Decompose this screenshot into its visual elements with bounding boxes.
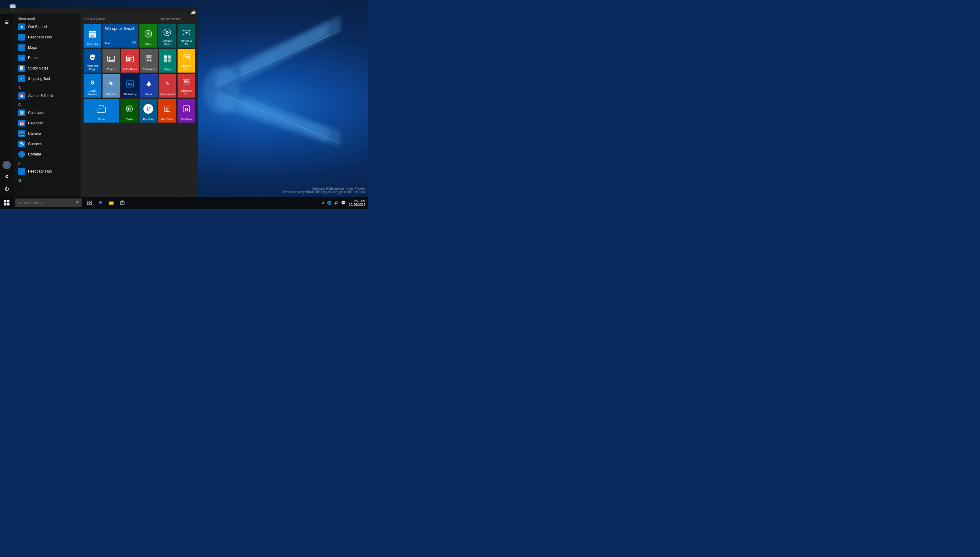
tile-onenote[interactable]: N OneNote — [178, 99, 195, 122]
app-item-feedback-hub[interactable]: 👤 Feedback Hub — [13, 32, 80, 42]
app-label-connect: Connect — [28, 142, 42, 146]
code-writer-tile-icon: ✎ — [160, 76, 175, 91]
start-menu-corner-btn[interactable]: ☕ — [191, 10, 196, 14]
watermark-line1: Windows 10 Enterprise Insider Preview — [283, 187, 366, 190]
app-item-calculator[interactable]: 🔢 Calculator — [13, 107, 80, 118]
power-button[interactable]: ⏻ — [2, 184, 11, 194]
tiles-panel: Life at a glance Play and explore — [80, 14, 198, 197]
svg-text:𝕏: 𝕏 — [147, 32, 150, 36]
msn-news-tile-icon — [122, 51, 137, 67]
skype-tile-icon: S — [85, 76, 100, 88]
ms-remote-tile-icon — [179, 76, 194, 88]
tile-weather[interactable]: Weather — [103, 74, 120, 98]
photoshop-tile-label: Photoshop — [124, 93, 137, 96]
tray-action-center-icon[interactable]: 💬 — [340, 200, 346, 205]
settings-button[interactable]: ⚙ — [2, 172, 11, 181]
tile-mail[interactable]: We speak Gmail Mail ✉ — [103, 24, 138, 47]
skype-tile-label: Skype Preview — [85, 90, 100, 96]
feedback-hub2-icon: 👤 — [18, 168, 25, 175]
alpha-a: A — [13, 84, 80, 91]
app-item-alarms-clock[interactable]: ⏰ Alarms & Clock — [13, 91, 80, 101]
tile-code-writer[interactable]: ✎ Code Writer — [159, 74, 176, 98]
clock-display[interactable]: 1:51 AM 12/26/2016 — [349, 199, 366, 207]
app-item-maps[interactable]: 📍 Maps — [13, 42, 80, 53]
mail-envelope-icon: ✉ — [132, 39, 136, 45]
microphone-icon: 🎤 — [74, 200, 79, 205]
tile-skype[interactable]: S Skype Preview — [83, 74, 101, 98]
tile-movies[interactable]: Movies & TV — [178, 24, 195, 47]
svg-rect-40 — [147, 56, 151, 58]
store-tile-icon — [85, 101, 118, 116]
app-label-calculator: Calculator — [28, 111, 44, 115]
tile-calculator[interactable]: Calculator — [140, 49, 158, 73]
taskbar-edge-icon[interactable] — [95, 197, 106, 209]
sticky-notes-icon: 📝 — [18, 65, 25, 72]
tile-photoshop[interactable]: Ps Photoshop — [121, 74, 139, 98]
app-item-snipping-tool[interactable]: ✂ Snipping Tool — [13, 73, 80, 84]
mail-tile-label: Mail — [105, 42, 110, 45]
code-writer-tile-label: Code Writer — [160, 93, 175, 96]
tray-arrow-icon[interactable]: ∧ — [321, 200, 325, 205]
app-item-connect[interactable]: 📡 Connect — [13, 139, 80, 149]
tile-msn-news[interactable]: MSN News — [121, 49, 139, 73]
groove-tile-label: Groove Music — [160, 39, 175, 46]
svg-text:S: S — [91, 79, 94, 85]
taskbar-store-icon[interactable] — [117, 197, 127, 209]
svg-rect-27 — [183, 30, 184, 31]
svg-rect-18 — [91, 31, 91, 32]
app-item-get-started[interactable]: ★ Get Started — [13, 22, 80, 32]
svg-text:✎: ✎ — [166, 81, 170, 86]
tile-store[interactable]: Store — [83, 99, 119, 122]
svg-text:N: N — [185, 107, 188, 112]
tile-calendar[interactable]: 26 Calendar — [83, 24, 101, 47]
xbox-tile-icon: 𝕏 — [140, 26, 156, 41]
sway-tile-icon: S — [160, 51, 175, 67]
taskbar-start-button[interactable] — [0, 197, 13, 209]
tile-xbox[interactable]: 𝕏 Xbox — [139, 24, 157, 47]
movies-tile-icon — [179, 26, 194, 38]
tile-sway[interactable]: S Sway — [159, 49, 176, 73]
tile-fenix[interactable]: Fenix — [140, 74, 158, 98]
app-item-people[interactable]: 👥 People — [13, 53, 80, 63]
mail-tile-text: We speak Gmail — [105, 26, 134, 31]
people-icon: 👥 — [18, 55, 25, 61]
svg-rect-28 — [189, 30, 190, 31]
weather-tile-label: Weather — [106, 93, 116, 96]
app-item-feedback-hub2[interactable]: 👤 Feedback Hub — [13, 166, 80, 176]
app-item-camera[interactable]: 📷 Camera — [13, 129, 80, 139]
tile-get-office[interactable]: O Get Office — [158, 99, 176, 122]
tile-ms-remote[interactable]: Microsoft Re... — [178, 74, 195, 98]
app-item-sticky-notes[interactable]: 📝 Sticky Notes — [13, 63, 80, 73]
powerpoint-tile-icon — [179, 51, 194, 63]
app-label-sticky-notes: Sticky Notes — [28, 66, 49, 70]
task-view-button[interactable] — [84, 197, 95, 209]
svg-marker-3 — [240, 94, 340, 147]
calendar-icon: 📅 — [18, 120, 25, 127]
cydia-tile-icon: C — [122, 101, 137, 116]
tray-speaker-icon[interactable]: 🔊 — [333, 200, 339, 205]
svg-rect-45 — [148, 60, 149, 61]
user-avatar[interactable]: 👤 — [2, 161, 11, 169]
taskbar-search-input[interactable] — [18, 201, 74, 205]
alpha-f: F — [13, 160, 80, 166]
alpha-g: G — [13, 176, 80, 183]
tile-groove[interactable]: Groove Music — [158, 24, 176, 47]
tray-network-icon[interactable]: 🌐 — [327, 200, 332, 205]
tile-cydia[interactable]: C Cydia — [121, 99, 138, 122]
svg-line-7 — [244, 28, 342, 82]
taskbar-search-box[interactable]: 🎤 — [15, 199, 82, 207]
store-tile-label: Store — [98, 118, 105, 121]
ms-remote-tile-label: Microsoft Re... — [179, 90, 194, 96]
taskbar-file-explorer-icon[interactable] — [106, 197, 116, 209]
tile-photos[interactable]: Photos — [103, 49, 120, 73]
movies-tile-label: Movies & TV — [179, 39, 194, 46]
tile-powerpoint[interactable]: Microsoft Po... — [178, 49, 195, 73]
app-item-calendar[interactable]: 📅 Calendar — [13, 118, 80, 129]
tile-pandora[interactable]: P Pandora — [139, 99, 157, 122]
app-item-cortana[interactable]: ○ Cortana — [13, 149, 80, 160]
svg-text:26: 26 — [91, 35, 94, 37]
app-label-people: People — [28, 56, 39, 60]
hamburger-button[interactable]: ☰ — [2, 17, 11, 27]
tile-edge[interactable]: Microsoft Edge — [83, 49, 101, 73]
alarms-clock-icon: ⏰ — [18, 92, 25, 99]
